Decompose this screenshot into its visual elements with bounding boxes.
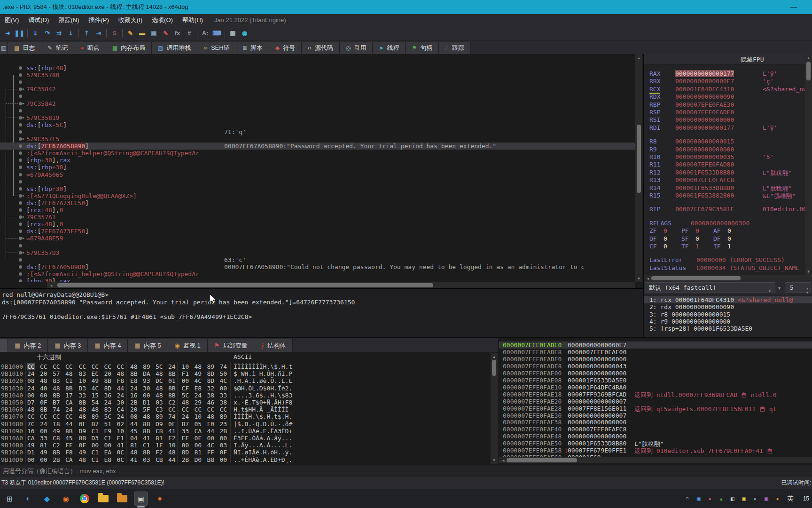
disasm-row[interactable] [0,79,635,86]
breakpoint-dot[interactable] [19,87,22,91]
tray-icon-8[interactable]: ● [773,494,782,503]
tab-notes[interactable]: ✎笔记 [41,42,74,54]
dump-byte[interactable]: 4C [220,377,227,384]
stack-row[interactable]: 0000007EFE0FADE000000000000000E7 [499,341,812,349]
dump-byte[interactable]: 18 [53,421,60,428]
menu-item[interactable]: 选项(O) [147,14,178,26]
dump-byte[interactable]: 00 [220,456,227,463]
disasm-row[interactable]: :[<&?fromAscii_helper@QString@@CAPEAU?$Q… [0,270,635,278]
dump-byte[interactable]: 5C [156,363,163,370]
breakpoint-dot[interactable] [19,116,22,119]
dump-byte[interactable]: 8D [207,377,215,384]
disasm-row[interactable]: ds:[rbx-5C] [0,121,635,128]
comment-icon[interactable]: ▬ [136,28,148,39]
dump-byte[interactable]: D1 [27,449,35,456]
dump-byte[interactable]: 48 [195,363,202,370]
breakpoint-dot[interactable] [19,102,22,105]
dump-byte[interactable]: CC [79,363,86,370]
dump-byte[interactable]: 24 [27,370,35,377]
dump-byte[interactable]: 0F [195,435,202,442]
dump-byte[interactable]: 16 [130,392,138,399]
menu-item[interactable]: 调试(D) [23,14,54,26]
dump-byte[interactable]: 81 [130,442,138,449]
dump-byte[interactable]: 46 [207,399,215,406]
dump-byte[interactable]: CC [182,406,189,413]
dump-byte[interactable]: CA [195,428,202,435]
breakpoint-dot[interactable] [19,230,22,233]
minimize-button[interactable]: — [783,0,804,14]
dump-byte[interactable]: 00 [40,428,47,435]
dump-byte[interactable]: 8B [104,377,112,384]
dump-row[interactable]: 9B10B04981C2FF0F00004181C11F1000004C03I.… [0,442,490,449]
breakpoint-dot[interactable] [19,159,22,162]
disasm-row[interactable] [0,107,635,114]
dump-byte[interactable]: 0C [117,456,125,463]
dump-byte[interactable]: CC [40,413,47,420]
disasm-row[interactable]: [rbp+30],rax [0,157,635,164]
dump-byte[interactable]: 89 [143,363,150,370]
dump-byte[interactable]: 5C [182,392,189,399]
dump-byte[interactable]: 33 [182,428,189,435]
dump-byte[interactable]: F1 [182,370,189,377]
register-row[interactable]: RSI0000000000000000 [644,116,812,124]
dump-byte[interactable]: 0F [79,442,86,449]
dump-byte[interactable]: 48 [79,456,86,463]
dump-byte[interactable]: EC [92,370,99,377]
dump-byte[interactable]: 8B [53,392,60,399]
dump-byte[interactable]: F2 [156,449,163,456]
disasm-row[interactable]: :[<&??1QLoggingRule@@QEAA@XZ>] [0,192,635,199]
dump-byte[interactable]: 24 [27,385,35,392]
dump-byte[interactable]: 49 [40,449,47,456]
dump-byte[interactable]: CC [53,363,60,370]
hex-dump-pane[interactable]: 十六进制 ASCII 9B1000CCCCCCCCCCCCCCCC48895C2… [0,352,490,464]
dump-byte[interactable]: 8B [143,449,150,456]
dump-byte[interactable]: D1 [143,399,150,406]
breakpoint-dot[interactable] [19,272,22,276]
stack-row[interactable]: 0000007EFE0FAE400000007EFE0FAFC8 [499,426,812,433]
dump-byte[interactable]: 03 [143,456,150,463]
dump-byte[interactable]: C1 [65,377,73,384]
dump-byte[interactable]: 48 [130,363,138,370]
disasm-row[interactable]: 71:'q' [0,128,635,135]
breakpoint-dot[interactable] [19,144,22,148]
stack-row[interactable]: 0000007EFE0FADE80000007EFE0FAE00 [499,349,812,356]
dump-byte[interactable]: 00 [143,392,150,399]
dump-byte[interactable]: 10 [117,428,125,435]
register-row[interactable]: RAX0000000000000177L'ŷ' [644,70,812,78]
dump-byte[interactable]: 74 [53,406,60,413]
register-row[interactable]: R80000000000000015 [644,138,812,145]
dump-byte[interactable]: 2B [130,399,138,406]
dump-byte[interactable]: 00 [27,456,35,463]
stack-row[interactable]: 0000007EFE0FAE1800007FF9369BFCAD返回到 ntdl… [499,391,812,398]
disasm-row[interactable]: 63:'c' [0,256,635,263]
dump-byte[interactable]: 4C [92,385,99,392]
dump-byte[interactable]: 17 [65,392,73,399]
tab-trace[interactable]: ∴跟踪 [439,42,471,54]
dump-byte[interactable]: FF [182,435,189,442]
assemble-icon[interactable]: ✎ [125,28,136,39]
dump-byte[interactable]: 8B [65,428,73,435]
dump-byte[interactable]: 15 [92,392,99,399]
dump-byte[interactable]: 16 [27,428,35,435]
menu-item[interactable]: 跟踪(N) [54,14,84,26]
dump-byte[interactable]: CC [104,363,112,370]
foxmail-app[interactable]: ● [150,489,169,508]
skip-icon[interactable]: ⇥ [93,28,104,39]
dump-byte[interactable]: CC [53,413,60,420]
stack-row[interactable]: 0000007EFE0FAE480000000000000000 [499,433,812,440]
dump-byte[interactable]: B7 [182,421,189,428]
breakpoint-dot[interactable] [19,73,22,77]
dump-byte[interactable]: 44 [207,428,215,435]
dump-byte[interactable]: F8 [117,377,125,384]
dump-byte[interactable]: 48 [156,392,163,399]
explorer-app[interactable] [94,489,113,508]
dump-byte[interactable]: 02 [117,421,125,428]
dump-byte[interactable]: 48 [168,449,176,456]
disasm-row[interactable]: =679A45065 [0,171,635,178]
patches-icon[interactable]: ▣ [148,28,160,39]
dump-byte[interactable]: 01 [168,377,176,384]
dump-byte[interactable]: 48 [130,449,138,456]
breakpoint-dot[interactable] [19,173,22,176]
disasm-row[interactable]: 579C35819 [0,114,635,121]
disasm-row[interactable]: ss:[rbp+48] [0,64,635,71]
